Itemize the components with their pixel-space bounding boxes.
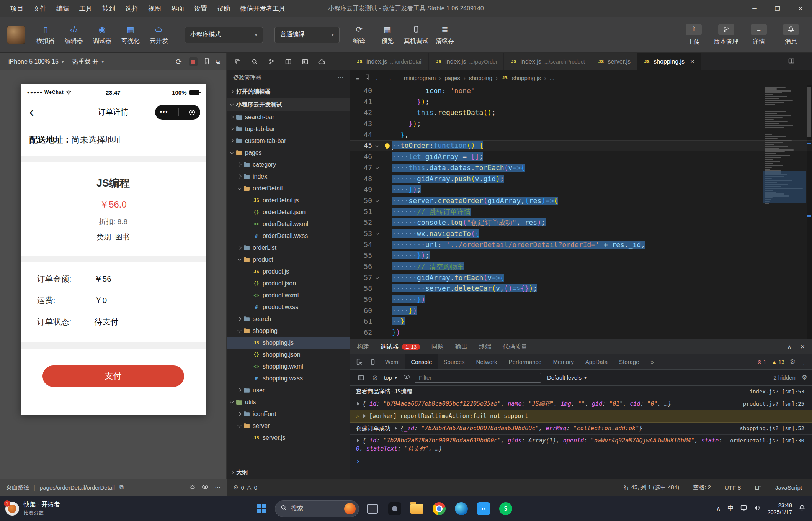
edge-icon[interactable] bbox=[453, 500, 470, 518]
clouddev-button[interactable]: 云开发 bbox=[145, 21, 173, 49]
compile-mode-select[interactable]: 普通编译 ▾ bbox=[274, 27, 340, 43]
tree-item-utils[interactable]: utils bbox=[227, 396, 350, 408]
tree-item-orderDetail.js[interactable]: JSorderDetail.js bbox=[227, 194, 350, 206]
editor-tab-server.js[interactable]: JSserver.js bbox=[591, 53, 637, 70]
menu-工具[interactable]: 工具 bbox=[74, 4, 97, 13]
outline-section[interactable]: 大纲 bbox=[227, 466, 350, 479]
code-line-45[interactable]: 45··toOrder:function() { bbox=[350, 140, 812, 151]
tree-item-user[interactable]: user bbox=[227, 384, 350, 396]
log-levels-select[interactable]: Default levels ▾ bbox=[546, 374, 588, 381]
phone-icon[interactable] bbox=[204, 58, 209, 66]
collapse-icon[interactable]: ∧ bbox=[787, 343, 792, 351]
breadcrumb-item-miniprogram[interactable]: miniprogram bbox=[404, 75, 436, 81]
page-path-value[interactable]: pages/orderDetail/orderDetail bbox=[40, 484, 115, 491]
problems-indicator[interactable]: ⊘0 △0 bbox=[227, 479, 264, 496]
fold-chevron-icon[interactable] bbox=[375, 275, 379, 279]
eol-setting[interactable]: LF bbox=[755, 484, 761, 491]
eye-icon[interactable] bbox=[403, 374, 410, 381]
split-editor-icon[interactable] bbox=[280, 54, 296, 69]
code-line-40[interactable]: 40 icon: 'none' bbox=[350, 85, 812, 97]
editor-scrollbar[interactable] bbox=[807, 85, 812, 339]
messages-button[interactable]: 消息 bbox=[777, 21, 805, 49]
expand-triangle-icon[interactable] bbox=[357, 402, 359, 406]
maximize-button[interactable]: ❐ bbox=[766, 0, 789, 17]
devtools-tab-Network[interactable]: Network bbox=[471, 354, 503, 369]
console-row-4[interactable]: shopping.js? [sm]:52创建订单成功 {_id: "7b28bd… bbox=[350, 423, 812, 435]
code-line-61[interactable]: 61··} bbox=[350, 316, 812, 327]
tree-item-orderDetail.wxml[interactable]: <>orderDetail.wxml bbox=[227, 218, 350, 230]
display-icon[interactable] bbox=[740, 505, 747, 512]
eye-icon[interactable] bbox=[202, 484, 209, 491]
tree-item-product.wxss[interactable]: #product.wxss bbox=[227, 301, 350, 313]
tree-item-category[interactable]: category bbox=[227, 159, 350, 170]
console-filter-input[interactable] bbox=[415, 373, 541, 383]
tree-item-product.json[interactable]: {}product.json bbox=[227, 277, 350, 289]
device-select[interactable]: iPhone 5 100% 15 ▾ bbox=[6, 58, 66, 65]
tray-expand-icon[interactable]: ∧ bbox=[716, 505, 721, 512]
close-icon[interactable]: ✕ bbox=[800, 343, 805, 351]
error-count-badge[interactable]: ⊗ 1 bbox=[757, 359, 766, 365]
code-line-55[interactable]: 55······}); bbox=[350, 250, 812, 261]
hot-reload-select[interactable]: 热重载 开 ▾ bbox=[70, 58, 106, 66]
debugger-panel-tab-问题[interactable]: 问题 bbox=[431, 343, 444, 351]
tree-item-shopping.wxml[interactable]: <>shopping.wxml bbox=[227, 360, 350, 372]
version-button[interactable]: 版本管理 bbox=[712, 21, 741, 49]
devtools-overflow-tab[interactable]: » bbox=[645, 354, 660, 369]
more-icon[interactable]: ••• bbox=[160, 108, 168, 116]
code-line-51[interactable]: 51······// 跳转订单详情 bbox=[350, 206, 812, 218]
code-line-50[interactable]: 50····server.createOrder(gidArray,(res)=… bbox=[350, 195, 812, 206]
inspect-element-icon[interactable] bbox=[353, 354, 366, 369]
minimap[interactable] bbox=[765, 87, 804, 205]
back-button[interactable]: ‹ bbox=[21, 105, 42, 119]
tree-item-product.js[interactable]: JSproduct.js bbox=[227, 265, 350, 277]
tree-item-custom-tab-bar[interactable]: custom-tab-bar bbox=[227, 135, 350, 147]
console-source-link[interactable]: index.js? [sm]:53 bbox=[750, 388, 804, 396]
tree-item-shopping.wxss[interactable]: #shopping.wxss bbox=[227, 372, 350, 384]
cloud-icon[interactable] bbox=[314, 54, 330, 69]
exit-miniprogram-icon[interactable] bbox=[189, 110, 195, 115]
code-line-62[interactable]: 62}) bbox=[350, 327, 812, 338]
debugger-panel-tab-构建[interactable]: 构建 bbox=[357, 343, 369, 351]
start-button[interactable] bbox=[253, 500, 270, 518]
menu-视图[interactable]: 视图 bbox=[143, 4, 166, 13]
details-button[interactable]: ≡详情 bbox=[745, 21, 773, 49]
wechat-capsule[interactable]: ••• bbox=[155, 105, 200, 120]
tree-item-product.wxml[interactable]: <>product.wxml bbox=[227, 289, 350, 301]
fold-chevron-icon[interactable] bbox=[375, 231, 379, 235]
console-source-link[interactable]: product.js? [sm]:25 bbox=[743, 400, 804, 408]
context-select[interactable]: top ▾ bbox=[382, 374, 399, 381]
code-line-43[interactable]: 43 }); bbox=[350, 118, 812, 129]
devtools-tab-Console[interactable]: Console bbox=[405, 354, 438, 369]
tree-item-index[interactable]: index bbox=[227, 170, 350, 182]
code-line-48[interactable]: 48······gidArray.push(v.gid); bbox=[350, 174, 812, 185]
breadcrumb-item-...[interactable]: ... bbox=[550, 75, 555, 81]
tree-item-search-bar[interactable]: search-bar bbox=[227, 111, 350, 123]
encoding-setting[interactable]: UTF-8 bbox=[725, 484, 741, 491]
more-icon[interactable]: ⋯ bbox=[338, 74, 343, 81]
language-mode[interactable]: JavaScript bbox=[775, 484, 802, 491]
arrow-left-icon[interactable]: ← bbox=[375, 75, 381, 81]
detach-window-icon[interactable]: ⧉ bbox=[216, 58, 220, 65]
menu-帮助[interactable]: 帮助 bbox=[212, 4, 235, 13]
list-icon[interactable]: ≡ bbox=[356, 75, 359, 81]
lightbulb-icon[interactable] bbox=[385, 143, 390, 148]
minimize-button[interactable]: ─ bbox=[743, 0, 766, 17]
simulator-button[interactable]: ▯模拟器 bbox=[31, 21, 60, 49]
upload-button[interactable]: ⇧上传 bbox=[680, 21, 708, 49]
console-row-5[interactable]: orderDetail.js? [sm]:30{_id: "7b28bd2a67… bbox=[350, 435, 812, 455]
devtools-tab-Sources[interactable]: Sources bbox=[438, 354, 471, 369]
editor-tab-index.js[interactable]: JSindex.js...\payOrder bbox=[429, 53, 504, 70]
code-editor[interactable]: 40 icon: 'none'41 });42 this.requestData… bbox=[350, 85, 812, 339]
menu-设置[interactable]: 设置 bbox=[189, 4, 212, 13]
devtools-tab-Wxml[interactable]: Wxml bbox=[379, 354, 405, 369]
more-icon[interactable]: ⋯ bbox=[800, 58, 806, 66]
code-line-53[interactable]: 53······wx.navigateTo({ bbox=[350, 228, 812, 239]
editor-button[interactable]: ‹/›编辑器 bbox=[60, 21, 88, 49]
breadcrumb-item-shopping[interactable]: shopping bbox=[469, 75, 492, 81]
editor-tab-index.js[interactable]: JSindex.js...\orderDetail bbox=[350, 53, 429, 70]
breadcrumb-item-shopping.js[interactable]: shopping.js bbox=[512, 75, 541, 81]
close-tab-icon[interactable]: ✕ bbox=[690, 58, 695, 65]
tree-item-product[interactable]: product bbox=[227, 254, 350, 265]
console-prompt[interactable]: › bbox=[350, 455, 812, 468]
menu-项目[interactable]: 项目 bbox=[5, 4, 28, 13]
